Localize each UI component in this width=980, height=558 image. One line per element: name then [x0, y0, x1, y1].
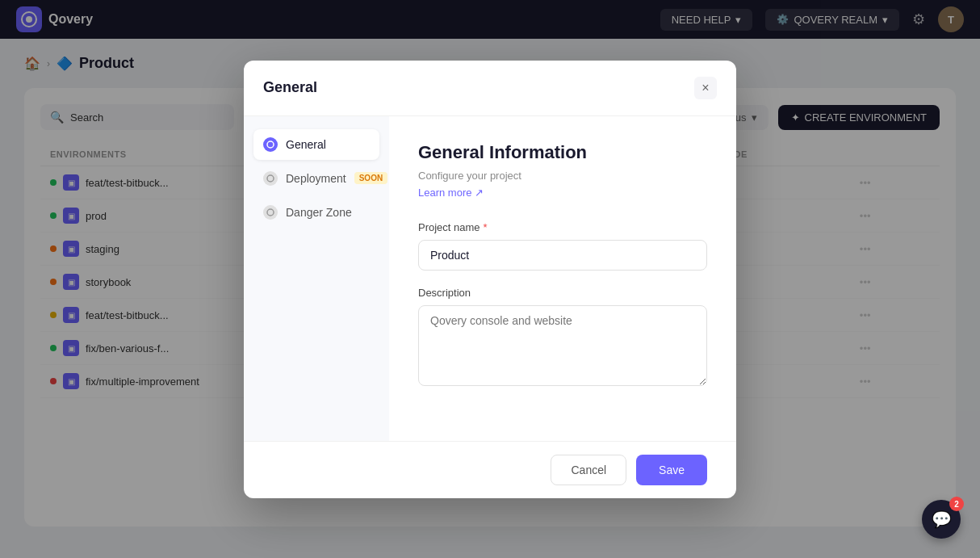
deployment-nav-icon [263, 171, 278, 186]
danger-zone-nav-icon [263, 205, 278, 220]
general-modal: General × General [244, 61, 736, 498]
save-button[interactable]: Save [636, 455, 707, 485]
description-label: Description [418, 287, 707, 299]
modal-sidebar: General Deployment SOON [244, 116, 389, 441]
modal-header: General × [244, 61, 736, 116]
modal-overlay[interactable]: General × General [0, 0, 980, 558]
section-subtitle: Configure your project [418, 170, 707, 182]
chat-badge: 2 [949, 497, 964, 511]
chat-icon: 💬 [932, 510, 952, 529]
svg-point-3 [267, 175, 274, 182]
svg-point-2 [267, 141, 274, 148]
modal-title: General [263, 79, 317, 96]
external-link-icon: ↗ [475, 187, 484, 199]
modal-nav-danger-zone[interactable]: Danger Zone [253, 197, 379, 228]
learn-more-link[interactable]: Learn more ↗ [418, 187, 484, 199]
modal-nav-deployment[interactable]: Deployment SOON [253, 163, 379, 194]
danger-zone-nav-label: Danger Zone [286, 206, 352, 219]
required-marker: * [484, 221, 488, 233]
svg-point-4 [267, 209, 274, 216]
deployment-nav-label: Deployment [286, 172, 346, 185]
project-name-input[interactable] [418, 240, 707, 271]
section-title: General Information [418, 142, 707, 163]
close-icon: × [701, 81, 709, 95]
chat-bubble[interactable]: 💬 2 [922, 500, 961, 539]
project-name-label: Project name * [418, 221, 707, 233]
general-nav-label: General [286, 138, 326, 151]
modal-body: General Deployment SOON [244, 116, 736, 441]
modal-nav-general[interactable]: General [253, 129, 379, 160]
modal-close-button[interactable]: × [694, 77, 717, 99]
modal-footer: Cancel Save [244, 441, 736, 498]
description-textarea[interactable] [418, 305, 707, 386]
learn-more-label: Learn more [418, 187, 471, 199]
modal-main: General Information Configure your proje… [389, 116, 736, 441]
cancel-button[interactable]: Cancel [551, 455, 626, 485]
soon-badge: SOON [354, 172, 387, 184]
general-nav-icon [263, 137, 278, 152]
